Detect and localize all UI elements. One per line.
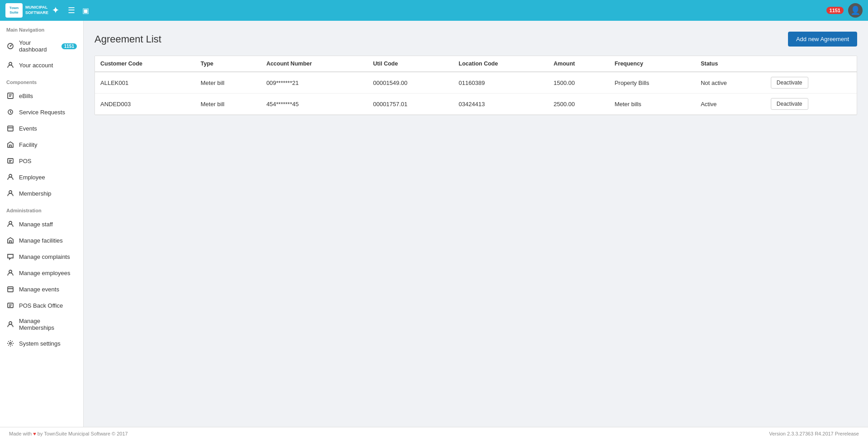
cell-location-code: 01160389 (453, 72, 548, 94)
logo-text: MUNICIPALSOFTWARE (25, 5, 48, 15)
complaints-icon (6, 253, 14, 261)
add-new-agreement-button[interactable]: Add new Agreement (788, 32, 857, 47)
main-content: Agreement List Add new Agreement Custome… (84, 21, 868, 427)
sidebar-item-pos[interactable]: POS (0, 153, 83, 169)
sidebar-toggle-icon[interactable]: ▣ (82, 6, 89, 15)
table-header-row: Customer Code Type Account Number Util C… (95, 56, 857, 72)
topbar-icons: ☰ ▣ (68, 5, 89, 15)
account-label: Your account (19, 62, 53, 69)
cell-account-number: 454*******45 (261, 94, 368, 115)
membership-label: Membership (19, 190, 52, 197)
cell-amount: 2500.00 (548, 94, 609, 115)
ebills-icon (6, 92, 14, 100)
events-icon (6, 124, 14, 132)
sidebar-item-your-dashboard[interactable]: Your dashboard 1151 (0, 35, 83, 57)
table-card: Customer Code Type Account Number Util C… (94, 56, 857, 115)
pos-back-office-label: POS Back Office (19, 302, 63, 309)
sidebar-item-service-requests[interactable]: Service Requests (0, 104, 83, 120)
logo-box: TownSuite (5, 3, 23, 18)
notification-badge[interactable]: 1151 (826, 7, 844, 14)
manage-memberships-icon (6, 320, 14, 328)
cell-location-code: 03424413 (453, 94, 548, 115)
dashboard-badge: 1151 (61, 43, 77, 49)
app-body: Main Navigation Your dashboard 1151 Your… (0, 21, 868, 427)
pos-label: POS (19, 158, 31, 164)
sidebar-item-manage-complaints[interactable]: Manage complaints (0, 248, 83, 265)
svg-rect-5 (8, 126, 13, 131)
manage-facilities-icon (6, 236, 14, 244)
cell-status: Not active (695, 72, 765, 94)
agreements-table: Customer Code Type Account Number Util C… (95, 56, 857, 115)
table-row: ALLEK001 Meter bill 009*******21 0000154… (95, 72, 857, 94)
logo-star: ✦ (52, 5, 59, 15)
ebills-label: eBills (19, 93, 33, 99)
manage-events-label: Manage events (19, 286, 59, 293)
col-frequency: Frequency (609, 56, 695, 72)
sidebar-item-membership[interactable]: Membership (0, 185, 83, 201)
events-label: Events (19, 125, 37, 132)
system-settings-label: System settings (19, 340, 61, 347)
footer: Made with ♥ by TownSuite Municipal Softw… (0, 427, 868, 440)
dashboard-icon (6, 42, 14, 50)
sidebar-item-your-account[interactable]: Your account (0, 57, 83, 73)
manage-complaints-label: Manage complaints (19, 253, 70, 260)
cell-action: Deactivate (765, 72, 857, 94)
col-util-code: Util Code (368, 56, 453, 72)
pos-back-icon (6, 301, 14, 309)
sidebar-item-events[interactable]: Events (0, 120, 83, 136)
service-icon (6, 108, 14, 116)
menu-icon[interactable]: ☰ (68, 5, 75, 15)
col-location-code: Location Code (453, 56, 548, 72)
svg-point-16 (9, 342, 11, 344)
col-customer-code: Customer Code (95, 56, 195, 72)
manage-memberships-label: Manage Memberships (19, 318, 77, 331)
employee-icon (6, 173, 14, 181)
sidebar-item-employee[interactable]: Employee (0, 169, 83, 185)
facility-label: Facility (19, 141, 37, 148)
cell-frequency: Meter bills (609, 94, 695, 115)
sidebar: Main Navigation Your dashboard 1151 Your… (0, 21, 84, 427)
heart-icon: ♥ (33, 431, 36, 436)
manage-events-icon (6, 285, 14, 293)
table-row: ANDED003 Meter bill 454*******45 0000175… (95, 94, 857, 115)
membership-icon (6, 189, 14, 197)
sidebar-item-pos-back-office[interactable]: POS Back Office (0, 297, 83, 314)
deactivate-button[interactable]: Deactivate (771, 98, 808, 110)
col-actions (765, 56, 857, 72)
page-title: Agreement List (94, 33, 161, 45)
cell-type: Meter bill (195, 72, 261, 94)
sidebar-item-manage-events[interactable]: Manage events (0, 281, 83, 297)
pos-icon (6, 157, 14, 165)
col-status: Status (695, 56, 765, 72)
cell-action: Deactivate (765, 94, 857, 115)
col-account-number: Account Number (261, 56, 368, 72)
sidebar-item-manage-facilities[interactable]: Manage facilities (0, 232, 83, 248)
topbar-right: 1151 👤 (826, 3, 863, 18)
main-nav-label: Main Navigation (0, 21, 83, 35)
topbar: TownSuite MUNICIPALSOFTWARE ✦ ☰ ▣ 1151 👤 (0, 0, 868, 21)
sidebar-item-manage-staff[interactable]: Manage staff (0, 216, 83, 232)
svg-point-15 (9, 322, 12, 324)
deactivate-button[interactable]: Deactivate (771, 77, 808, 89)
manage-employees-label: Manage employees (19, 270, 70, 276)
cell-frequency: Property Bills (609, 72, 695, 94)
components-label: Components (0, 73, 83, 88)
sidebar-item-system-settings[interactable]: System settings (0, 335, 83, 351)
manage-employees-icon (6, 269, 14, 277)
cell-customer-code: ANDED003 (95, 94, 195, 115)
cell-account-number: 009*******21 (261, 72, 368, 94)
sidebar-item-facility[interactable]: Facility (0, 136, 83, 153)
manage-staff-label: Manage staff (19, 221, 53, 228)
service-label: Service Requests (19, 109, 65, 116)
svg-point-1 (10, 46, 11, 47)
logo: TownSuite MUNICIPALSOFTWARE ✦ (5, 3, 59, 18)
sidebar-item-ebills[interactable]: eBills (0, 88, 83, 104)
page-header: Agreement List Add new Agreement (94, 32, 857, 47)
cell-status: Active (695, 94, 765, 115)
sidebar-item-manage-memberships[interactable]: Manage Memberships (0, 314, 83, 335)
col-type: Type (195, 56, 261, 72)
svg-rect-7 (8, 159, 13, 163)
avatar[interactable]: 👤 (848, 3, 863, 18)
sidebar-item-manage-employees[interactable]: Manage employees (0, 265, 83, 281)
cell-util-code: 00001757.01 (368, 94, 453, 115)
